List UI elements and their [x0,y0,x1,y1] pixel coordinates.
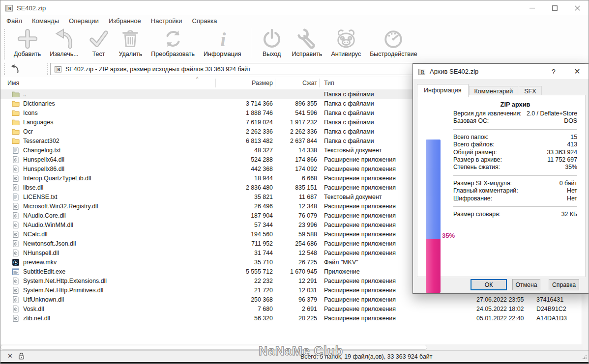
exit-button[interactable]: Выход [256,26,288,57]
file-name-cell: NHunspell.dll [0,249,215,257]
dialog-info-panel: ZIP архив Версия для извлечения:2.0 / De… [417,95,586,277]
file-name-cell: System.Net.Http.Primitives.dll [0,286,215,294]
benchmark-button[interactable]: Быстродействие [365,26,422,57]
file-name-cell: Newtonsoft.Json.dll [0,240,215,248]
group-separator [453,129,577,130]
compression-ratio-bar [426,140,441,293]
extract-label: Извлечь... [50,51,78,57]
file-size: 5 555 712 [215,268,275,275]
dialog-help-button[interactable]: ? [546,64,561,79]
menu-item-commands[interactable]: Команды [27,16,64,26]
dll-file-icon [12,221,20,229]
horizontal-scrollbar-thumb[interactable] [0,345,427,350]
watermark: NaNaMe Club [259,344,343,358]
menu-item-file[interactable]: Файл [1,16,27,26]
extract-button[interactable]: Извлечь... [45,26,83,57]
file-name: Languages [23,119,53,126]
file-packed: 14 338 [275,147,319,154]
benchmark-icon [382,28,405,50]
column-header-name[interactable]: Имя [7,80,19,86]
file-name-cell: System.Net.Http.Extensions.dll [0,277,215,285]
file-packed: 6 668 [275,175,319,182]
file-packed: 1 670 945 [275,268,319,275]
repair-button[interactable]: Исправить [288,26,327,57]
info-value: Нет [567,187,577,195]
convert-button[interactable]: Преобразовать [147,26,199,57]
file-type: Расширение приложения [319,240,417,247]
file-name-cell: Ocr [0,128,215,136]
file-size: 26 496 [215,203,275,210]
file-name: Hunspellx86.dll [23,166,64,172]
file-row[interactable]: zlib.net.dll56 32020 225Расширение прило… [0,313,583,323]
lock-icon[interactable] [18,352,25,362]
dialog-title-bar: R Архив SE402.zip ? ✕ [413,64,589,79]
menu-item-operations[interactable]: Операции [64,16,104,26]
file-name-cell: Hunspellx86.dll [0,165,215,173]
help-button[interactable]: Справка [549,279,579,290]
cancel-button[interactable]: Отмена [512,279,540,290]
file-packed: 896 355 [275,100,319,107]
file-name: NHunspell.dll [23,250,59,256]
maximize-button[interactable] [543,0,566,15]
delete-button[interactable]: Удалить [115,26,147,57]
file-row[interactable]: Vosk.dll7 6802 691Расширение приложения2… [0,304,583,313]
up-one-level-button[interactable] [8,63,22,75]
file-row[interactable]: UtfUnknown.dll250 36896 379Расширение пр… [0,295,583,304]
file-name: libse.dll [23,184,43,191]
file-type: Расширение приложения [319,203,417,210]
column-header-size[interactable]: Размер [215,80,273,86]
info-label: Размер SFX-модуля: [453,180,512,187]
column-divider[interactable] [319,79,320,87]
column-header-packed[interactable]: Сжат [275,80,317,86]
addressbar-grip[interactable] [4,63,5,75]
dialog-title: Архив SE402.zip [430,68,478,75]
svg-text:R: R [57,67,60,72]
column-header-type[interactable]: Тип [324,80,334,86]
file-size: 2 836 480 [215,184,275,191]
file-packed: 12 031 [275,287,319,294]
add-button[interactable]: Добавить [9,26,45,57]
archive-info-dialog: R Архив SE402.zip ? ✕ ИнформацияКоммента… [412,63,589,294]
file-packed: 835 151 [275,184,319,191]
file-name-cell: LICENSE.txt [0,193,215,201]
file-size: 524 288 [215,156,275,163]
file-name-cell: Hunspellx64.dll [0,156,215,164]
menu-item-settings[interactable]: Настройки [146,16,187,26]
minimize-button[interactable] [521,0,543,15]
folder-icon [12,118,20,126]
tab-information[interactable]: Информация [417,84,469,97]
file-size: 250 368 [215,296,275,303]
file-type: Расширение приложения [319,222,417,228]
dialog-buttons: ОКОтменаСправка [413,279,589,294]
dialog-close-button[interactable]: ✕ [570,64,585,79]
x-icon[interactable]: ✕ [7,352,13,360]
close-button[interactable] [566,0,589,15]
ok-button[interactable]: ОК [471,279,507,290]
info-button[interactable]: iИнформация [199,26,246,57]
add-label: Добавить [14,51,41,57]
menu-item-help[interactable]: Справка [187,16,222,26]
file-name-cell: zlib.net.dll [0,314,215,322]
combo-grip[interactable] [47,63,48,75]
file-type: Расширение приложения [319,315,417,322]
file-size: 35 710 [215,259,275,266]
dll-file-icon [12,174,20,182]
info-label: Всего файлов: [453,141,495,148]
file-packed: 174 092 [275,166,319,172]
file-packed: 23 996 [275,222,319,228]
file-size: 3 714 366 [215,100,275,107]
file-size: 57 344 [215,222,275,228]
test-button[interactable]: Тест [83,26,115,57]
file-size: 6 813 482 [215,138,275,144]
info-value: 413 [567,141,577,148]
menu-item-favorites[interactable]: Избранное [104,16,146,26]
dll-file-icon [12,184,20,192]
file-name-cell: Vosk.dll [0,305,215,313]
group-separator [453,175,577,176]
resize-grip-icon[interactable] [582,354,587,361]
winrar-archive-icon: R [418,68,426,76]
antivirus-button[interactable]: Антивирус [326,26,365,57]
info-label: Общий размер: [453,149,497,156]
dll-file-icon [12,249,20,257]
dll-file-icon [12,286,20,294]
